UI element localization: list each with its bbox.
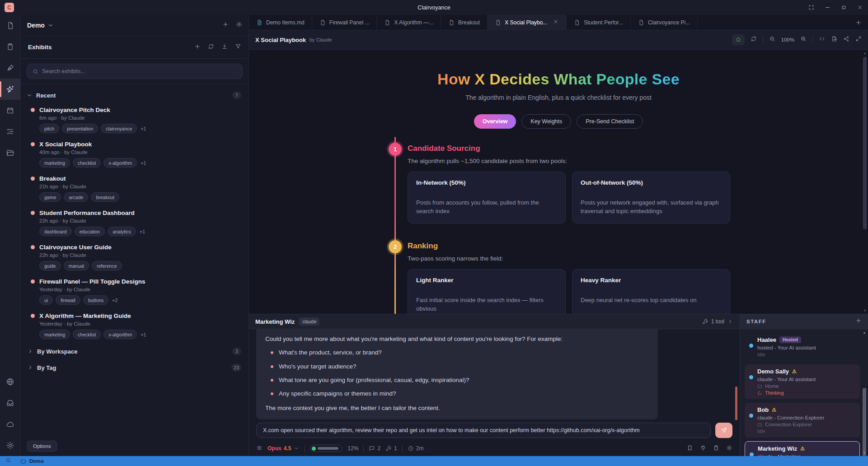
scrollbar-thumb[interactable] [863, 388, 866, 456]
tag-chip[interactable]: checklist [73, 158, 101, 168]
tag-chip[interactable]: dashboard [39, 227, 72, 236]
rail-item-globe[interactable] [0, 371, 20, 392]
scrollbar-thumb[interactable] [863, 57, 867, 229]
tab-clairvoyance-pitch[interactable]: Clairvoyance Pi... [631, 15, 698, 30]
tab-breakout[interactable]: Breakout [441, 15, 488, 30]
exhibit-item[interactable]: Student Performance Dashboard 22h ago · … [26, 210, 241, 236]
taskbar-item-demo[interactable]: Demo [20, 458, 44, 464]
zoom-out-button[interactable] [769, 36, 775, 44]
rail-item-inbox[interactable] [0, 392, 20, 414]
pill-overview[interactable]: Overview [474, 114, 516, 129]
tag-chip[interactable]: manual [64, 261, 89, 270]
zoom-in-button[interactable] [800, 36, 807, 44]
tools-counter[interactable]: 1 [385, 445, 397, 452]
exhibit-download-button[interactable] [221, 43, 228, 51]
tab-x-social-playbook[interactable]: X Social Playbo... [488, 15, 567, 30]
options-button[interactable]: Options [27, 441, 57, 452]
rail-item-tasks[interactable] [0, 121, 20, 142]
staff-member-marketing-wiz[interactable]: Marketing Wiz⚠ claude - Marketing Demo [745, 441, 860, 456]
scroll-up-arrow[interactable]: ▲ [863, 51, 867, 55]
exhibit-item[interactable]: Breakout 21h ago · by Claude game arcade… [26, 175, 241, 202]
rail-item-calendar[interactable] [0, 100, 20, 121]
tag-chip[interactable]: presentation [62, 124, 98, 133]
rail-item-documents[interactable] [0, 15, 20, 36]
tab-student-performance[interactable]: Student Perfor... [567, 15, 631, 30]
scroll-down-arrow[interactable]: ▼ [863, 309, 867, 312]
doc-refresh-button[interactable] [751, 36, 757, 44]
staff-member-bob[interactable]: Bob⚠ claude - Connection Explorer Connec… [745, 403, 860, 438]
tag-chip[interactable]: x-algorithm [103, 330, 137, 339]
exhibit-item[interactable]: X Algorithm — Marketing Guide Yesterday … [26, 312, 241, 339]
pill-pre-send-checklist[interactable]: Pre-Send Checklist [577, 114, 643, 129]
taskbar-search-button[interactable] [5, 457, 11, 465]
chat-scrollbar-thumb[interactable] [735, 387, 737, 420]
rail-item-files[interactable] [0, 142, 20, 163]
chat-input[interactable] [256, 423, 711, 438]
exhibit-item[interactable]: Clairvoyance Pitch Deck 6m ago · by Clau… [26, 107, 241, 133]
chat-settings-button[interactable] [726, 445, 732, 452]
pill-key-weights[interactable]: Key Weights [521, 114, 571, 129]
recent-section-header[interactable]: Recent 7 [26, 91, 241, 99]
tab-firewall-panel[interactable]: Firewall Panel ... [312, 15, 377, 30]
tab-x-algorithm[interactable]: X Algorithm —... [377, 15, 441, 30]
tag-chip[interactable]: marketing [39, 158, 70, 168]
scroll-down-arrow[interactable]: ▼ [862, 451, 867, 454]
staff-member-haalee[interactable]: HaaleeHosted hosted - Your AI assistant … [745, 333, 860, 361]
exhibit-item[interactable]: Firewall Panel — Pill Toggle Designs Yes… [26, 278, 241, 305]
comments-counter[interactable]: 2 [369, 445, 380, 452]
tag-chip[interactable]: marketing [39, 330, 70, 339]
tag-chip[interactable]: analytics [108, 227, 136, 236]
tag-chip[interactable]: pitch [39, 124, 59, 133]
add-staff-button[interactable] [855, 317, 862, 326]
rail-item-exhibits[interactable] [0, 79, 20, 100]
share-button[interactable] [843, 36, 849, 44]
search-input[interactable] [42, 68, 237, 75]
view-source-button[interactable] [819, 36, 825, 44]
rail-item-clipboard[interactable] [0, 36, 20, 57]
session-menu-button[interactable] [256, 445, 263, 452]
tag-chip[interactable]: firewall [56, 295, 80, 305]
bookmark-button[interactable] [687, 445, 693, 452]
send-button[interactable] [715, 423, 732, 438]
workspace-selector[interactable]: Demo [27, 22, 54, 29]
tag-chip[interactable]: checklist [73, 330, 101, 339]
tag-chip[interactable]: education [75, 227, 105, 236]
tag-chip[interactable]: clairvoyance [101, 124, 137, 133]
new-tab-button[interactable] [849, 15, 868, 30]
plugin-button[interactable] [700, 445, 706, 452]
tag-chip[interactable]: reference [92, 261, 122, 270]
workspace-settings-button[interactable] [236, 21, 242, 29]
tag-chip[interactable]: x-algorithm [103, 158, 137, 168]
exhibit-refresh-button[interactable] [208, 43, 214, 51]
close-button[interactable] [852, 0, 868, 15]
tag-chip[interactable]: guide [39, 261, 61, 270]
scroll-up-arrow[interactable]: ▲ [862, 331, 867, 334]
fullscreen-button[interactable] [803, 0, 819, 15]
exhibit-filter-button[interactable] [235, 43, 241, 51]
by-tag-section[interactable]: By Tag 23 [27, 363, 241, 372]
tools-menu[interactable]: 1 tool [702, 318, 733, 325]
export-button[interactable] [831, 36, 837, 44]
clipboard-button[interactable] [713, 445, 719, 452]
rail-item-settings[interactable] [0, 435, 20, 456]
tag-chip[interactable]: ui [39, 295, 53, 305]
expand-button[interactable] [855, 36, 862, 44]
tag-chip[interactable]: arcade [64, 192, 88, 202]
model-selector[interactable]: Opus 4.5 [267, 445, 300, 452]
staff-member-demo-sally[interactable]: Demo Sally⚠ claude - Your AI assistant H… [745, 364, 860, 399]
tag-chip[interactable]: buttons [83, 295, 108, 305]
workspace-add-button[interactable] [222, 21, 229, 29]
tag-chip[interactable]: game [39, 192, 61, 202]
by-workspace-section[interactable]: By Workspace 3 [27, 347, 241, 355]
exhibit-item[interactable]: Clairvoyance User Guide 22h ago · by Cla… [26, 244, 241, 270]
exhibit-add-button[interactable] [194, 43, 201, 51]
exhibit-item[interactable]: X Social Playbook 40m ago · by Claude ma… [26, 141, 241, 168]
rail-item-editor[interactable] [0, 57, 20, 79]
maximize-button[interactable] [835, 0, 852, 15]
tab-demo-items[interactable]: Demo Items.md [249, 15, 312, 30]
minimize-button[interactable] [819, 0, 835, 15]
tab-close-button[interactable] [553, 19, 559, 26]
tag-chip[interactable]: breakout [91, 192, 119, 202]
status-ring-button[interactable] [732, 34, 745, 45]
rail-item-cloud[interactable] [0, 414, 20, 435]
